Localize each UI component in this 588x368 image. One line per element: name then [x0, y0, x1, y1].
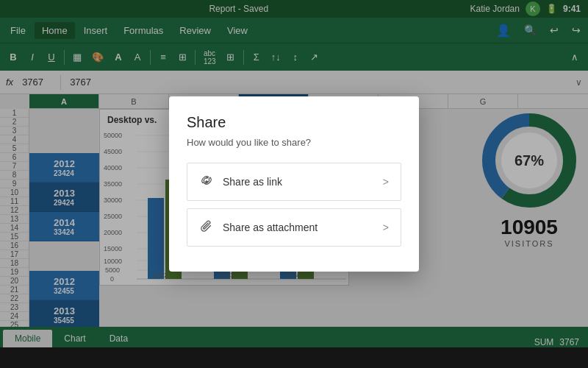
- share-attachment-label: Share as attachment: [223, 222, 318, 233]
- share-attachment-chevron: >: [383, 222, 389, 233]
- share-title: Share: [187, 114, 401, 131]
- modal-overlay[interactable]: Share How would you like to share? Share…: [0, 0, 588, 368]
- share-attachment-option[interactable]: Share as attachment >: [187, 208, 401, 247]
- share-attachment-left: Share as attachment: [199, 219, 318, 236]
- share-dialog: Share How would you like to share? Share…: [169, 96, 419, 272]
- share-link-left: Share as link: [199, 174, 282, 190]
- share-link-chevron: >: [383, 176, 389, 188]
- link-icon: [199, 174, 214, 190]
- share-link-label: Share as link: [223, 176, 282, 188]
- share-subtitle: How would you like to share?: [187, 137, 401, 148]
- share-link-option[interactable]: Share as link >: [187, 163, 401, 201]
- attachment-icon: [199, 219, 214, 236]
